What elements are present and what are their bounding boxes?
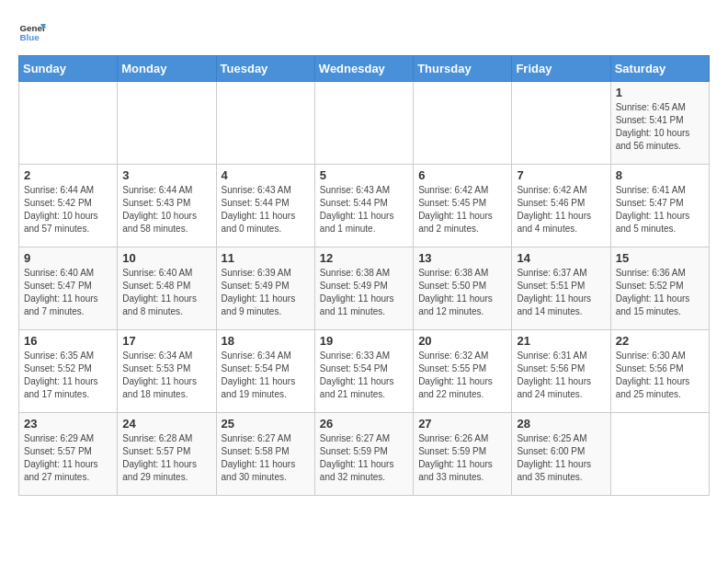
- day-info: Sunrise: 6:34 AM Sunset: 5:53 PM Dayligh…: [122, 350, 210, 401]
- day-number: 21: [517, 334, 605, 348]
- calendar-cell: [19, 82, 118, 165]
- calendar-cell: [512, 82, 610, 165]
- calendar-cell: 4Sunrise: 6:43 AM Sunset: 5:44 PM Daylig…: [216, 165, 314, 247]
- calendar-cell: 24Sunrise: 6:28 AM Sunset: 5:57 PM Dayli…: [118, 413, 216, 496]
- day-info: Sunrise: 6:25 AM Sunset: 6:00 PM Dayligh…: [517, 432, 605, 484]
- calendar-cell: 27Sunrise: 6:26 AM Sunset: 5:59 PM Dayli…: [414, 413, 512, 496]
- day-number: 13: [418, 251, 506, 265]
- day-number: 25: [222, 417, 310, 431]
- calendar-cell: 11Sunrise: 6:39 AM Sunset: 5:49 PM Dayli…: [216, 247, 314, 330]
- day-info: Sunrise: 6:43 AM Sunset: 5:44 PM Dayligh…: [320, 184, 408, 236]
- day-number: 8: [616, 168, 704, 182]
- day-number: 6: [418, 168, 506, 182]
- calendar-cell: 10Sunrise: 6:40 AM Sunset: 5:48 PM Dayli…: [118, 247, 216, 330]
- day-number: 18: [222, 334, 310, 348]
- logo-icon: General Blue: [18, 18, 46, 46]
- page-header: General Blue: [18, 18, 710, 46]
- day-number: 24: [122, 417, 210, 431]
- calendar-cell: 26Sunrise: 6:27 AM Sunset: 5:59 PM Dayli…: [314, 413, 413, 496]
- calendar-cell: 13Sunrise: 6:38 AM Sunset: 5:50 PM Dayli…: [414, 247, 512, 330]
- calendar-cell: [118, 82, 216, 165]
- calendar-cell: 17Sunrise: 6:34 AM Sunset: 5:53 PM Dayli…: [118, 330, 216, 413]
- calendar-table: SundayMondayTuesdayWednesdayThursdayFrid…: [18, 55, 710, 496]
- day-info: Sunrise: 6:36 AM Sunset: 5:52 PM Dayligh…: [616, 267, 704, 318]
- calendar-cell: 5Sunrise: 6:43 AM Sunset: 5:44 PM Daylig…: [314, 165, 413, 247]
- day-info: Sunrise: 6:26 AM Sunset: 5:59 PM Dayligh…: [418, 432, 506, 484]
- day-number: 26: [320, 417, 408, 431]
- day-number: 2: [24, 168, 112, 182]
- day-info: Sunrise: 6:33 AM Sunset: 5:54 PM Dayligh…: [320, 350, 408, 401]
- day-number: 27: [418, 417, 506, 431]
- calendar-cell: 3Sunrise: 6:44 AM Sunset: 5:43 PM Daylig…: [118, 165, 216, 247]
- day-info: Sunrise: 6:31 AM Sunset: 5:56 PM Dayligh…: [517, 350, 605, 401]
- weekday-header-friday: Friday: [512, 56, 610, 82]
- calendar-cell: 21Sunrise: 6:31 AM Sunset: 5:56 PM Dayli…: [512, 330, 610, 413]
- calendar-cell: 22Sunrise: 6:30 AM Sunset: 5:56 PM Dayli…: [610, 330, 709, 413]
- weekday-header-thursday: Thursday: [414, 56, 512, 82]
- day-info: Sunrise: 6:27 AM Sunset: 5:59 PM Dayligh…: [320, 432, 408, 484]
- weekday-header-tuesday: Tuesday: [216, 56, 314, 82]
- calendar-cell: 1Sunrise: 6:45 AM Sunset: 5:41 PM Daylig…: [610, 82, 709, 165]
- weekday-header-wednesday: Wednesday: [314, 56, 413, 82]
- day-number: 7: [517, 168, 605, 182]
- calendar-cell: 14Sunrise: 6:37 AM Sunset: 5:51 PM Dayli…: [512, 247, 610, 330]
- day-number: 28: [517, 417, 605, 431]
- day-number: 20: [418, 334, 506, 348]
- day-info: Sunrise: 6:38 AM Sunset: 5:49 PM Dayligh…: [320, 267, 408, 318]
- day-info: Sunrise: 6:34 AM Sunset: 5:54 PM Dayligh…: [222, 350, 310, 401]
- calendar-cell: 2Sunrise: 6:44 AM Sunset: 5:42 PM Daylig…: [19, 165, 118, 247]
- calendar-cell: 7Sunrise: 6:42 AM Sunset: 5:46 PM Daylig…: [512, 165, 610, 247]
- calendar-cell: 28Sunrise: 6:25 AM Sunset: 6:00 PM Dayli…: [512, 413, 610, 496]
- day-info: Sunrise: 6:27 AM Sunset: 5:58 PM Dayligh…: [222, 432, 310, 484]
- day-info: Sunrise: 6:32 AM Sunset: 5:55 PM Dayligh…: [418, 350, 506, 401]
- calendar-cell: 19Sunrise: 6:33 AM Sunset: 5:54 PM Dayli…: [314, 330, 413, 413]
- day-number: 1: [616, 86, 704, 99]
- day-number: 17: [122, 334, 210, 348]
- day-info: Sunrise: 6:39 AM Sunset: 5:49 PM Dayligh…: [222, 267, 310, 318]
- day-info: Sunrise: 6:42 AM Sunset: 5:45 PM Dayligh…: [418, 184, 506, 236]
- day-info: Sunrise: 6:29 AM Sunset: 5:57 PM Dayligh…: [24, 432, 112, 484]
- day-info: Sunrise: 6:35 AM Sunset: 5:52 PM Dayligh…: [24, 350, 112, 401]
- calendar-cell: 20Sunrise: 6:32 AM Sunset: 5:55 PM Dayli…: [414, 330, 512, 413]
- day-info: Sunrise: 6:40 AM Sunset: 5:48 PM Dayligh…: [122, 267, 210, 318]
- calendar-cell: [414, 82, 512, 165]
- weekday-header-sunday: Sunday: [19, 56, 118, 82]
- day-info: Sunrise: 6:30 AM Sunset: 5:56 PM Dayligh…: [616, 350, 704, 401]
- day-info: Sunrise: 6:40 AM Sunset: 5:47 PM Dayligh…: [24, 267, 112, 318]
- day-number: 9: [24, 251, 112, 265]
- day-info: Sunrise: 6:44 AM Sunset: 5:43 PM Dayligh…: [122, 184, 210, 236]
- calendar-cell: 9Sunrise: 6:40 AM Sunset: 5:47 PM Daylig…: [19, 247, 118, 330]
- weekday-header-monday: Monday: [118, 56, 216, 82]
- calendar-cell: 8Sunrise: 6:41 AM Sunset: 5:47 PM Daylig…: [610, 165, 709, 247]
- calendar-cell: 15Sunrise: 6:36 AM Sunset: 5:52 PM Dayli…: [610, 247, 709, 330]
- day-info: Sunrise: 6:28 AM Sunset: 5:57 PM Dayligh…: [122, 432, 210, 484]
- calendar-cell: 18Sunrise: 6:34 AM Sunset: 5:54 PM Dayli…: [216, 330, 314, 413]
- calendar-cell: [314, 82, 413, 165]
- day-number: 12: [320, 251, 408, 265]
- day-number: 15: [616, 251, 704, 265]
- day-number: 23: [24, 417, 112, 431]
- day-number: 10: [122, 251, 210, 265]
- day-number: 4: [222, 168, 310, 182]
- calendar-cell: [216, 82, 314, 165]
- day-number: 3: [122, 168, 210, 182]
- calendar-cell: 12Sunrise: 6:38 AM Sunset: 5:49 PM Dayli…: [314, 247, 413, 330]
- day-info: Sunrise: 6:41 AM Sunset: 5:47 PM Dayligh…: [616, 184, 704, 236]
- day-number: 19: [320, 334, 408, 348]
- day-info: Sunrise: 6:38 AM Sunset: 5:50 PM Dayligh…: [418, 267, 506, 318]
- day-number: 16: [24, 334, 112, 348]
- day-info: Sunrise: 6:42 AM Sunset: 5:46 PM Dayligh…: [517, 184, 605, 236]
- day-info: Sunrise: 6:44 AM Sunset: 5:42 PM Dayligh…: [24, 184, 112, 236]
- calendar-cell: 23Sunrise: 6:29 AM Sunset: 5:57 PM Dayli…: [19, 413, 118, 496]
- day-number: 5: [320, 168, 408, 182]
- calendar-cell: [610, 413, 709, 496]
- day-info: Sunrise: 6:37 AM Sunset: 5:51 PM Dayligh…: [517, 267, 605, 318]
- day-number: 11: [222, 251, 310, 265]
- weekday-header-saturday: Saturday: [610, 56, 709, 82]
- day-info: Sunrise: 6:43 AM Sunset: 5:44 PM Dayligh…: [222, 184, 310, 236]
- logo: General Blue: [18, 18, 46, 46]
- calendar-cell: 6Sunrise: 6:42 AM Sunset: 5:45 PM Daylig…: [414, 165, 512, 247]
- svg-text:Blue: Blue: [20, 32, 40, 42]
- calendar-cell: 16Sunrise: 6:35 AM Sunset: 5:52 PM Dayli…: [19, 330, 118, 413]
- day-number: 14: [517, 251, 605, 265]
